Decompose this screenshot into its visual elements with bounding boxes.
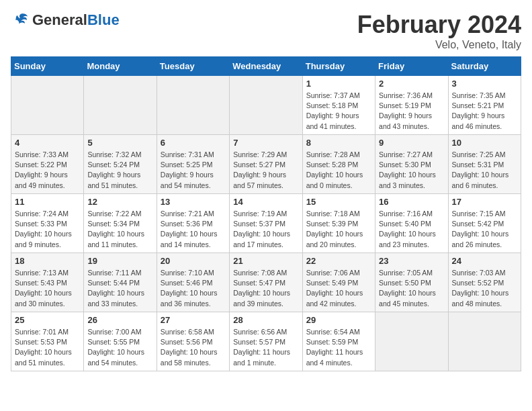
day-info: Sunrise: 7:28 AM Sunset: 5:28 PM Dayligh… xyxy=(306,150,371,191)
header-cell-thursday: Thursday xyxy=(302,57,375,76)
day-number: 20 xyxy=(161,256,226,266)
day-info: Sunrise: 6:56 AM Sunset: 5:57 PM Dayligh… xyxy=(233,327,298,368)
day-info: Sunrise: 7:25 AM Sunset: 5:31 PM Dayligh… xyxy=(452,150,517,191)
day-number: 16 xyxy=(379,197,444,207)
day-number: 24 xyxy=(452,256,517,266)
day-number: 5 xyxy=(87,138,152,148)
day-number: 23 xyxy=(379,256,444,266)
calendar-cell: 18Sunrise: 7:13 AM Sunset: 5:43 PM Dayli… xyxy=(11,253,84,312)
day-number: 13 xyxy=(161,197,226,207)
calendar-week-0: 1Sunrise: 7:37 AM Sunset: 5:18 PM Daylig… xyxy=(11,76,521,135)
day-info: Sunrise: 7:35 AM Sunset: 5:21 PM Dayligh… xyxy=(452,91,517,132)
day-number: 6 xyxy=(161,138,226,148)
day-info: Sunrise: 7:15 AM Sunset: 5:42 PM Dayligh… xyxy=(452,209,517,250)
calendar-cell: 12Sunrise: 7:22 AM Sunset: 5:34 PM Dayli… xyxy=(84,194,157,253)
day-number: 2 xyxy=(379,79,444,89)
day-number: 17 xyxy=(452,197,517,207)
day-info: Sunrise: 7:37 AM Sunset: 5:18 PM Dayligh… xyxy=(306,91,371,132)
day-number: 11 xyxy=(15,197,80,207)
day-info: Sunrise: 7:03 AM Sunset: 5:52 PM Dayligh… xyxy=(452,268,517,309)
day-number: 10 xyxy=(452,138,517,148)
calendar-cell: 17Sunrise: 7:15 AM Sunset: 5:42 PM Dayli… xyxy=(448,194,521,253)
calendar-cell: 2Sunrise: 7:36 AM Sunset: 5:19 PM Daylig… xyxy=(375,76,448,135)
calendar-cell: 3Sunrise: 7:35 AM Sunset: 5:21 PM Daylig… xyxy=(448,76,521,135)
day-number: 19 xyxy=(87,256,152,266)
calendar-cell: 10Sunrise: 7:25 AM Sunset: 5:31 PM Dayli… xyxy=(448,135,521,194)
day-number: 15 xyxy=(306,197,371,207)
calendar-cell: 13Sunrise: 7:21 AM Sunset: 5:36 PM Dayli… xyxy=(157,194,229,253)
day-number: 14 xyxy=(233,197,298,207)
calendar-cell: 19Sunrise: 7:11 AM Sunset: 5:44 PM Dayli… xyxy=(84,253,157,312)
header-cell-sunday: Sunday xyxy=(11,57,84,76)
calendar-cell: 14Sunrise: 7:19 AM Sunset: 5:37 PM Dayli… xyxy=(230,194,302,253)
header-cell-saturday: Saturday xyxy=(448,57,521,76)
location-subtitle: Velo, Veneto, Italy xyxy=(357,39,521,51)
title-section: February 2024 Velo, Veneto, Italy xyxy=(357,11,521,51)
day-number: 3 xyxy=(452,79,517,89)
calendar-cell: 25Sunrise: 7:01 AM Sunset: 5:53 PM Dayli… xyxy=(11,312,84,371)
calendar-cell: 23Sunrise: 7:05 AM Sunset: 5:50 PM Dayli… xyxy=(375,253,448,312)
calendar-cell: 8Sunrise: 7:28 AM Sunset: 5:28 PM Daylig… xyxy=(302,135,375,194)
day-number: 4 xyxy=(15,138,80,148)
calendar-cell: 27Sunrise: 6:58 AM Sunset: 5:56 PM Dayli… xyxy=(157,312,229,371)
day-number: 18 xyxy=(15,256,80,266)
header-cell-wednesday: Wednesday xyxy=(230,57,302,76)
day-info: Sunrise: 7:36 AM Sunset: 5:19 PM Dayligh… xyxy=(379,91,444,132)
calendar-cell xyxy=(448,312,521,371)
calendar-body: 1Sunrise: 7:37 AM Sunset: 5:18 PM Daylig… xyxy=(11,76,521,371)
day-info: Sunrise: 7:29 AM Sunset: 5:27 PM Dayligh… xyxy=(233,150,298,191)
calendar-cell: 9Sunrise: 7:27 AM Sunset: 5:30 PM Daylig… xyxy=(375,135,448,194)
day-info: Sunrise: 6:58 AM Sunset: 5:56 PM Dayligh… xyxy=(161,327,226,368)
logo-general: General xyxy=(32,12,87,28)
day-number: 1 xyxy=(306,79,371,89)
calendar-cell xyxy=(375,312,448,371)
calendar-cell: 7Sunrise: 7:29 AM Sunset: 5:27 PM Daylig… xyxy=(230,135,302,194)
calendar-table: SundayMondayTuesdayWednesdayThursdayFrid… xyxy=(11,56,521,371)
calendar-cell xyxy=(230,76,302,135)
day-info: Sunrise: 7:01 AM Sunset: 5:53 PM Dayligh… xyxy=(15,327,80,368)
calendar-cell: 4Sunrise: 7:33 AM Sunset: 5:22 PM Daylig… xyxy=(11,135,84,194)
calendar-cell: 29Sunrise: 6:54 AM Sunset: 5:59 PM Dayli… xyxy=(302,312,375,371)
month-title: February 2024 xyxy=(357,11,521,39)
day-info: Sunrise: 7:10 AM Sunset: 5:46 PM Dayligh… xyxy=(161,268,226,309)
calendar-cell: 6Sunrise: 7:31 AM Sunset: 5:25 PM Daylig… xyxy=(157,135,229,194)
day-info: Sunrise: 7:08 AM Sunset: 5:47 PM Dayligh… xyxy=(233,268,298,309)
logo: General Blue xyxy=(11,11,120,30)
calendar-week-3: 18Sunrise: 7:13 AM Sunset: 5:43 PM Dayli… xyxy=(11,253,521,312)
calendar-week-1: 4Sunrise: 7:33 AM Sunset: 5:22 PM Daylig… xyxy=(11,135,521,194)
day-number: 12 xyxy=(87,197,152,207)
calendar-header: SundayMondayTuesdayWednesdayThursdayFrid… xyxy=(11,57,521,76)
day-info: Sunrise: 7:11 AM Sunset: 5:44 PM Dayligh… xyxy=(87,268,152,309)
day-number: 7 xyxy=(233,138,298,148)
day-number: 26 xyxy=(87,315,152,325)
logo-bird-icon xyxy=(11,11,30,30)
calendar-cell xyxy=(157,76,229,135)
calendar-cell: 20Sunrise: 7:10 AM Sunset: 5:46 PM Dayli… xyxy=(157,253,229,312)
calendar-cell: 24Sunrise: 7:03 AM Sunset: 5:52 PM Dayli… xyxy=(448,253,521,312)
day-info: Sunrise: 7:31 AM Sunset: 5:25 PM Dayligh… xyxy=(161,150,226,191)
header-cell-monday: Monday xyxy=(84,57,157,76)
calendar-cell: 28Sunrise: 6:56 AM Sunset: 5:57 PM Dayli… xyxy=(230,312,302,371)
day-info: Sunrise: 7:18 AM Sunset: 5:39 PM Dayligh… xyxy=(306,209,371,250)
header-cell-tuesday: Tuesday xyxy=(157,57,229,76)
header-row: SundayMondayTuesdayWednesdayThursdayFrid… xyxy=(11,57,521,76)
calendar-cell: 1Sunrise: 7:37 AM Sunset: 5:18 PM Daylig… xyxy=(302,76,375,135)
day-number: 8 xyxy=(306,138,371,148)
day-info: Sunrise: 7:13 AM Sunset: 5:43 PM Dayligh… xyxy=(15,268,80,309)
calendar-cell: 5Sunrise: 7:32 AM Sunset: 5:24 PM Daylig… xyxy=(84,135,157,194)
calendar-cell: 11Sunrise: 7:24 AM Sunset: 5:33 PM Dayli… xyxy=(11,194,84,253)
calendar-cell: 21Sunrise: 7:08 AM Sunset: 5:47 PM Dayli… xyxy=(230,253,302,312)
calendar-week-4: 25Sunrise: 7:01 AM Sunset: 5:53 PM Dayli… xyxy=(11,312,521,371)
day-number: 28 xyxy=(233,315,298,325)
calendar-cell: 15Sunrise: 7:18 AM Sunset: 5:39 PM Dayli… xyxy=(302,194,375,253)
day-number: 25 xyxy=(15,315,80,325)
header-cell-friday: Friday xyxy=(375,57,448,76)
day-info: Sunrise: 7:19 AM Sunset: 5:37 PM Dayligh… xyxy=(233,209,298,250)
calendar-cell xyxy=(84,76,157,135)
calendar-cell xyxy=(11,76,84,135)
logo-blue: Blue xyxy=(87,12,120,28)
day-info: Sunrise: 6:54 AM Sunset: 5:59 PM Dayligh… xyxy=(306,327,371,368)
day-number: 9 xyxy=(379,138,444,148)
day-info: Sunrise: 7:16 AM Sunset: 5:40 PM Dayligh… xyxy=(379,209,444,250)
day-number: 29 xyxy=(306,315,371,325)
